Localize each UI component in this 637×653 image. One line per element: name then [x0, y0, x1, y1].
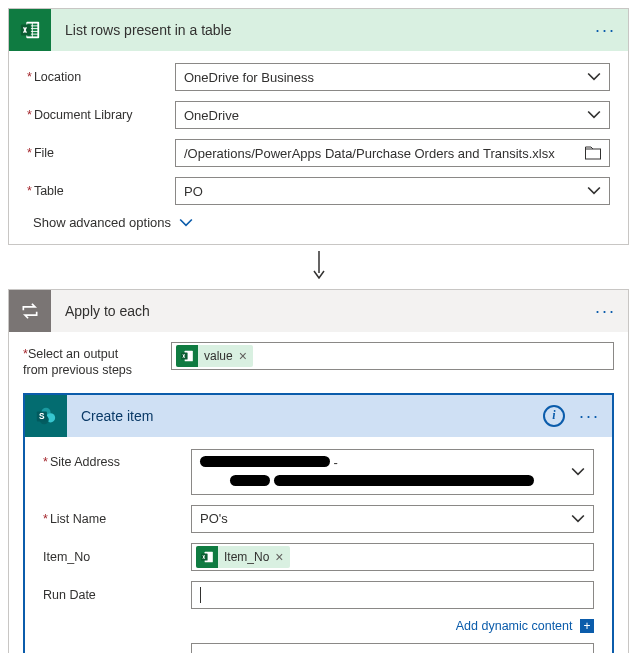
- location-label: Location: [27, 70, 175, 84]
- card-title: Apply to each: [51, 303, 595, 319]
- add-dynamic-content-row: Add dynamic content +: [43, 619, 594, 634]
- card-body: Location OneDrive for Business Document …: [9, 51, 628, 244]
- document-library-label: Document Library: [27, 108, 175, 122]
- add-dynamic-content-link[interactable]: Add dynamic content: [456, 619, 573, 633]
- plus-icon[interactable]: +: [580, 619, 594, 633]
- select-output-field[interactable]: value ×: [171, 342, 614, 370]
- list-name-label: List Name: [43, 512, 191, 526]
- card-menu-button[interactable]: ···: [595, 306, 616, 316]
- partial-field-cut[interactable]: [191, 643, 594, 653]
- info-icon[interactable]: i: [543, 405, 565, 427]
- item-no-label: Item_No: [43, 550, 191, 564]
- dynamic-token-item-no[interactable]: Item_No ×: [196, 546, 290, 568]
- token-remove-button[interactable]: ×: [239, 348, 247, 364]
- svg-rect-8: [33, 32, 38, 34]
- card-title: Create item: [67, 408, 543, 424]
- table-label: Table: [27, 184, 175, 198]
- card-header[interactable]: S Create item i ···: [25, 395, 612, 437]
- excel-icon: [9, 9, 51, 51]
- flow-arrow-connector: [8, 245, 629, 289]
- svg-rect-6: [33, 29, 38, 31]
- show-advanced-options-toggle[interactable]: Show advanced options: [27, 215, 610, 230]
- card-title: List rows present in a table: [51, 22, 595, 38]
- location-dropdown[interactable]: OneDrive for Business: [175, 63, 610, 91]
- chevron-down-icon: [587, 70, 601, 84]
- table-dropdown[interactable]: PO: [175, 177, 610, 205]
- document-library-dropdown[interactable]: OneDrive: [175, 101, 610, 129]
- svg-rect-10: [33, 35, 38, 37]
- action-card-apply-to-each: Apply to each ··· *Select an output from…: [8, 289, 629, 653]
- card-body: *Select an output from previous steps va…: [9, 332, 628, 653]
- dynamic-token-value[interactable]: value ×: [176, 345, 253, 367]
- item-no-field[interactable]: Item_No ×: [191, 543, 594, 571]
- chevron-down-icon: [179, 216, 193, 230]
- redacted-text: [274, 475, 534, 486]
- card-menu-button[interactable]: ···: [595, 25, 616, 35]
- run-date-label: Run Date: [43, 588, 191, 602]
- file-label: File: [27, 146, 175, 160]
- chevron-down-icon: [571, 512, 585, 526]
- chevron-down-icon: [587, 108, 601, 122]
- svg-text:S: S: [39, 412, 45, 421]
- chevron-down-icon: [587, 184, 601, 198]
- list-name-dropdown[interactable]: PO's: [191, 505, 594, 533]
- svg-rect-22: [201, 553, 207, 560]
- loop-icon: [9, 290, 51, 332]
- sharepoint-icon: S: [25, 395, 67, 437]
- card-body: Site Address - List Name PO's: [25, 437, 612, 654]
- select-output-label: *Select an output from previous steps: [23, 342, 171, 379]
- svg-rect-15: [181, 353, 187, 360]
- card-header[interactable]: Apply to each ···: [9, 290, 628, 332]
- chevron-down-icon: [571, 465, 585, 479]
- action-card-sharepoint-createitem: S Create item i ··· Site Address -: [23, 393, 614, 654]
- svg-rect-4: [33, 26, 38, 28]
- redacted-text: [200, 456, 330, 467]
- excel-icon: [176, 345, 198, 367]
- svg-rect-12: [586, 149, 601, 159]
- excel-icon: [196, 546, 218, 568]
- site-address-dropdown[interactable]: -: [191, 449, 594, 495]
- card-header[interactable]: List rows present in a table ···: [9, 9, 628, 51]
- card-menu-button[interactable]: ···: [579, 411, 600, 421]
- svg-rect-11: [21, 25, 31, 36]
- file-picker[interactable]: /Operations/PowerApps Data/Purchase Orde…: [175, 139, 610, 167]
- run-date-field[interactable]: [191, 581, 594, 609]
- svg-rect-2: [33, 24, 38, 26]
- redacted-text: [230, 475, 270, 486]
- text-cursor: [200, 587, 201, 603]
- action-card-excel-listrows: List rows present in a table ··· Locatio…: [8, 8, 629, 245]
- folder-icon[interactable]: [585, 146, 601, 160]
- site-address-label: Site Address: [43, 449, 191, 469]
- token-remove-button[interactable]: ×: [275, 549, 283, 565]
